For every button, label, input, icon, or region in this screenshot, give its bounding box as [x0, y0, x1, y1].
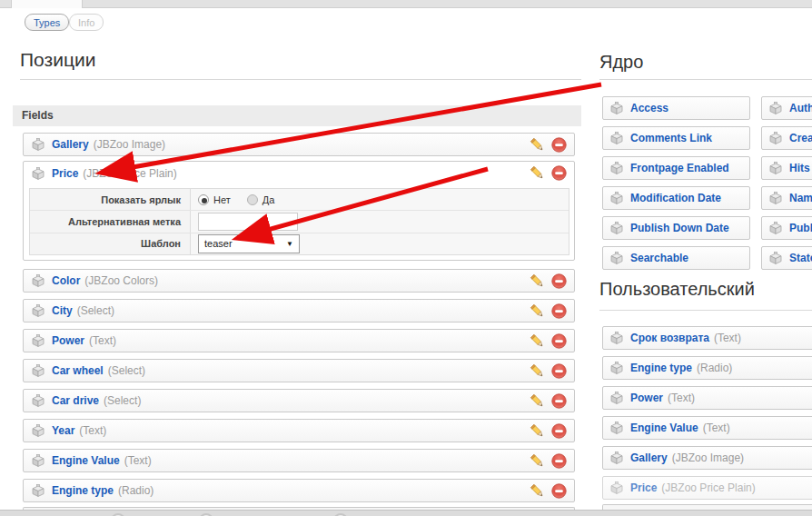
drag-cube-icon	[31, 167, 45, 180]
remove-minus-icon[interactable]	[551, 333, 567, 349]
edit-pencil-icon[interactable]	[530, 393, 545, 409]
setting-label: Показать ярлык	[30, 189, 191, 210]
field-row-year[interactable]: Year (Text)	[23, 419, 575, 442]
core-field-access[interactable]: Access	[602, 96, 750, 120]
remove-minus-icon[interactable]	[551, 137, 567, 153]
template-select[interactable]: teaser ▼	[198, 234, 300, 253]
field-type: (JBZoo Price Plain)	[83, 167, 176, 180]
tab-types[interactable]: Types	[25, 14, 69, 31]
core-field-publish[interactable]: Publis	[761, 216, 812, 240]
core-field-state[interactable]: State	[761, 246, 812, 270]
edit-pencil-icon[interactable]	[530, 165, 545, 181]
divider-core	[599, 79, 812, 80]
remove-minus-icon[interactable]	[551, 453, 567, 469]
custom-field-engine-value[interactable]: Engine Value (Text)	[602, 416, 812, 440]
radio-yes-label: Да	[262, 194, 275, 205]
core-field-searchable[interactable]: Searchable	[602, 246, 750, 270]
setting-label: Альтернативная метка	[30, 211, 191, 232]
core-field-publish-down-date[interactable]: Publish Down Date	[602, 216, 750, 240]
custom-field-price[interactable]: Price (JBZoo Price Plain)	[602, 476, 812, 500]
radio-no-button[interactable]	[198, 194, 209, 205]
field-row-power[interactable]: Power (Text)	[23, 329, 575, 352]
remove-minus-icon[interactable]	[551, 165, 567, 181]
custom-field-engine-type[interactable]: Engine type (Radio)	[602, 356, 812, 380]
field-row-color[interactable]: Color (JBZoo Colors)	[23, 269, 575, 293]
custom-field-label: Срок возврата	[630, 332, 709, 344]
field-name: Engine type	[52, 484, 114, 497]
edit-pencil-icon[interactable]	[530, 363, 545, 379]
core-field-label: Publish Down Date	[630, 222, 729, 234]
field-row-engine-value[interactable]: Engine Value (Text)	[23, 449, 575, 472]
custom-field-type: (Text)	[703, 422, 730, 434]
field-name: Year	[52, 424, 74, 437]
field-row-car-drive[interactable]: Car drive (Select)	[23, 389, 575, 412]
custom-field-label: Power	[630, 392, 663, 404]
divider-left	[20, 79, 581, 80]
field-row-gallery[interactable]: Gallery (JBZoo Image)	[23, 133, 575, 156]
field-row-car-wheel[interactable]: Car wheel (Select)	[23, 359, 575, 382]
core-field-label: Frontpage Enabled	[630, 162, 729, 174]
alt-label-input[interactable]	[198, 213, 298, 231]
setting-row-template: Шаблон teaser ▼	[30, 233, 569, 254]
radio-yes[interactable]: Да	[247, 194, 275, 205]
edit-pencil-icon[interactable]	[530, 273, 545, 289]
tab-info[interactable]: Info	[69, 14, 104, 31]
remove-minus-icon[interactable]	[551, 303, 567, 319]
core-field-label: Modification Date	[630, 192, 721, 204]
field-type: (JBZoo Image)	[94, 138, 165, 151]
drag-cube-icon	[609, 222, 624, 234]
remove-minus-icon[interactable]	[551, 273, 567, 289]
core-field-created[interactable]: Creat	[761, 126, 812, 150]
edit-pencil-icon[interactable]	[530, 453, 545, 469]
field-type: (JBZoo Colors)	[84, 274, 158, 287]
field-name: Power	[52, 334, 84, 347]
window-tab-notch	[11, 0, 83, 8]
drag-cube-icon	[31, 364, 45, 377]
edit-pencil-icon[interactable]	[530, 483, 545, 499]
edit-pencil-icon[interactable]	[530, 333, 545, 349]
drag-cube-icon	[768, 102, 783, 114]
field-name: Price	[52, 167, 78, 180]
custom-field-type: (Text)	[714, 332, 741, 344]
drag-cube-icon	[609, 422, 624, 434]
remove-minus-icon[interactable]	[551, 483, 567, 499]
remove-minus-icon[interactable]	[551, 363, 567, 379]
custom-field-power[interactable]: Power (Text)	[602, 386, 812, 410]
drag-cube-icon	[609, 332, 624, 344]
field-type: (Select)	[77, 304, 114, 317]
field-row-engine-type[interactable]: Engine type (Radio)	[23, 479, 575, 502]
core-field-author[interactable]: Autho	[761, 96, 812, 120]
core-field-modification-date[interactable]: Modification Date	[602, 186, 750, 210]
drag-cube-icon	[31, 484, 45, 497]
drag-cube-icon	[609, 481, 624, 494]
price-field-header[interactable]: Price (JBZoo Price Plain)	[24, 162, 574, 185]
drag-cube-icon	[609, 192, 624, 204]
drag-cube-icon	[31, 138, 45, 151]
custom-field-srok-vozvrata[interactable]: Срок возврата (Text)	[602, 326, 812, 350]
page-title: Позиции	[20, 49, 95, 71]
radio-yes-button[interactable]	[247, 194, 258, 205]
drag-cube-icon	[609, 452, 624, 464]
field-name: Car wheel	[52, 364, 104, 377]
drag-cube-icon	[609, 252, 624, 264]
remove-minus-icon[interactable]	[551, 423, 567, 439]
core-field-comments-link[interactable]: Comments Link	[602, 126, 750, 150]
field-row-city[interactable]: City (Select)	[23, 299, 575, 322]
core-section-title: Ядро	[599, 52, 643, 73]
core-field-frontpage-enabled[interactable]: Frontpage Enabled	[602, 156, 750, 180]
radio-no[interactable]: Нет	[198, 194, 231, 205]
field-row-price-expanded[interactable]: Price (JBZoo Price Plain) Показать ярлык…	[23, 161, 575, 261]
core-field-name[interactable]: Name	[761, 186, 812, 210]
field-name: Gallery	[52, 138, 89, 151]
remove-minus-icon[interactable]	[551, 393, 567, 409]
setting-row-alt-label: Альтернативная метка	[30, 211, 569, 233]
field-type: (Radio)	[118, 484, 153, 497]
custom-field-gallery[interactable]: Gallery (JBZoo Image)	[602, 446, 812, 470]
core-field-hits[interactable]: Hits	[761, 156, 812, 180]
core-field-label: Name	[789, 192, 812, 204]
drag-cube-icon	[609, 162, 624, 174]
edit-pencil-icon[interactable]	[530, 423, 545, 439]
edit-pencil-icon[interactable]	[530, 137, 545, 153]
edit-pencil-icon[interactable]	[530, 303, 545, 319]
field-name: Car drive	[52, 394, 99, 407]
